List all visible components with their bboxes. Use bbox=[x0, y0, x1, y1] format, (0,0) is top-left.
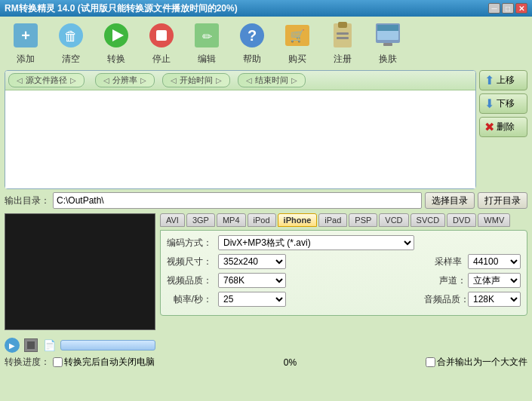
open-dir-button[interactable]: 打开目录 bbox=[478, 192, 527, 209]
buy-button[interactable]: 🛒 购买 bbox=[276, 20, 318, 66]
move-down-icon: ⬇ bbox=[484, 96, 494, 111]
file-list-body[interactable] bbox=[5, 90, 475, 188]
svg-rect-16 bbox=[337, 32, 349, 35]
svg-rect-21 bbox=[383, 43, 392, 46]
sample-rate-label: 采样率 bbox=[432, 256, 462, 268]
col-end-header: ◁ 结束时间 ▷ bbox=[238, 73, 306, 87]
add-label: 添加 bbox=[17, 53, 35, 66]
add-icon: + bbox=[10, 20, 42, 51]
video-size-select[interactable]: 352x240 480x320 640x480 bbox=[218, 254, 286, 269]
titlebar: RM转换精灵 14.0 (试用版只能转换源文件播放时间的20%) ─ □ ✕ bbox=[0, 0, 532, 17]
tab-mp4[interactable]: MP4 bbox=[217, 213, 246, 227]
auto-close-checkbox-group: 转换完后自动关闭电脑 bbox=[53, 356, 155, 369]
select-dir-button[interactable]: 选择目录 bbox=[425, 192, 475, 209]
register-button[interactable]: 注册 bbox=[321, 20, 364, 66]
video-quality-row: 视频品质： 768K 512K 1M 声道： 立体声 单声道 bbox=[167, 273, 521, 288]
auto-close-checkbox[interactable] bbox=[53, 357, 63, 367]
audio-quality-select[interactable]: 128K 64K 192K bbox=[468, 292, 521, 307]
fps-row: 帧率/秒： 25 30 15 音频品质： 128K 64K 192K bbox=[167, 292, 521, 307]
play-button[interactable]: ▶ bbox=[5, 338, 20, 353]
tab-vcd[interactable]: VCD bbox=[379, 213, 408, 227]
col-source-header: ◁ 源文件路径 ▷ bbox=[8, 73, 85, 87]
channel-select[interactable]: 立体声 单声道 bbox=[468, 273, 521, 288]
tab-wmv[interactable]: WMV bbox=[478, 213, 510, 227]
svg-text:🗑: 🗑 bbox=[64, 29, 78, 44]
edit-button[interactable]: ✏ 编辑 bbox=[186, 20, 228, 66]
merge-output-label: 合并输出为一个大文件 bbox=[437, 356, 527, 369]
svg-text:🛒: 🛒 bbox=[290, 29, 305, 43]
close-button[interactable]: ✕ bbox=[515, 3, 527, 14]
buy-label: 购买 bbox=[288, 53, 306, 66]
svg-rect-20 bbox=[377, 25, 398, 31]
clear-button[interactable]: 🗑 清空 bbox=[50, 20, 92, 66]
tab-psp[interactable]: PSP bbox=[349, 213, 377, 227]
delete-label: 删除 bbox=[497, 121, 515, 133]
minimize-button[interactable]: ─ bbox=[488, 3, 500, 14]
folder-icon[interactable]: 📄 bbox=[42, 338, 56, 352]
clear-label: 清空 bbox=[62, 53, 80, 66]
merge-output-checkbox[interactable] bbox=[426, 357, 435, 367]
bottom-controls-row: 转换进度： 转换完后自动关闭电脑 0% 合并输出为一个大文件 bbox=[5, 356, 527, 369]
convert-icon bbox=[100, 20, 132, 51]
stop-icon bbox=[146, 20, 177, 51]
edit-label: 编辑 bbox=[198, 53, 216, 66]
output-dir-label: 输出目录： bbox=[5, 194, 50, 207]
fps-select[interactable]: 25 30 15 bbox=[218, 292, 286, 307]
progress-percent: 0% bbox=[284, 357, 297, 368]
video-quality-select[interactable]: 768K 512K 1M bbox=[218, 273, 286, 288]
move-up-button[interactable]: ⬆ 上移 bbox=[479, 70, 527, 90]
tab-3gp[interactable]: 3GP bbox=[186, 213, 215, 227]
stop-progress-button[interactable] bbox=[24, 338, 38, 352]
help-button[interactable]: ? 帮助 bbox=[231, 20, 273, 66]
help-label: 帮助 bbox=[243, 53, 261, 66]
encoding-select[interactable]: DivX+MP3格式 (*.avi) bbox=[218, 235, 414, 250]
bottom-area: ▶ 📄 AVI 3GP MP4 iPod iPhone iPad PSP bbox=[5, 213, 527, 353]
skin-icon bbox=[372, 20, 404, 51]
video-quality-label: 视频品质： bbox=[167, 274, 212, 287]
auto-close-label: 转换完后自动关闭电脑 bbox=[64, 356, 155, 369]
encoding-row: 编码方式： DivX+MP3格式 (*.avi) bbox=[167, 235, 521, 250]
tab-ipad[interactable]: iPad bbox=[318, 213, 347, 227]
title-text: RM转换精灵 14.0 (试用版只能转换源文件播放时间的20%) bbox=[5, 2, 238, 15]
delete-button[interactable]: ✖ 删除 bbox=[479, 117, 527, 137]
move-up-icon: ⬆ bbox=[484, 73, 494, 87]
settings-rows: 编码方式： DivX+MP3格式 (*.avi) 视频尺寸： 352x240 4… bbox=[160, 230, 527, 316]
skin-button[interactable]: 换肤 bbox=[367, 20, 409, 66]
maximize-button[interactable]: □ bbox=[502, 3, 514, 14]
file-table-header: ◁ 源文件路径 ▷ ◁ 分辨率 ▷ ◁ 开始时间 ▷ ◁ bbox=[5, 71, 475, 90]
register-label: 注册 bbox=[334, 53, 352, 66]
window-controls: ─ □ ✕ bbox=[488, 3, 527, 14]
move-down-button[interactable]: ⬇ 下移 bbox=[479, 93, 527, 114]
output-path-input[interactable] bbox=[53, 192, 422, 209]
tab-avi[interactable]: AVI bbox=[160, 213, 185, 227]
format-tabs: AVI 3GP MP4 iPod iPhone iPad PSP VCD SVC… bbox=[160, 213, 527, 227]
tab-iphone[interactable]: iPhone bbox=[278, 213, 318, 227]
add-button[interactable]: + 添加 bbox=[5, 20, 47, 66]
video-size-row: 视频尺寸： 352x240 480x320 640x480 采样率 44100 … bbox=[167, 254, 521, 269]
svg-text:?: ? bbox=[248, 27, 257, 44]
sample-rate-select[interactable]: 44100 22050 bbox=[468, 254, 521, 269]
move-down-label: 下移 bbox=[497, 97, 515, 110]
svg-rect-7 bbox=[156, 30, 167, 41]
audio-quality-label: 音频品质： bbox=[424, 293, 462, 306]
progress-bar bbox=[60, 340, 155, 350]
skin-label: 换肤 bbox=[379, 53, 397, 66]
video-size-label: 视频尺寸： bbox=[167, 256, 212, 268]
stop-button[interactable]: 停止 bbox=[140, 20, 183, 66]
tab-dvd[interactable]: DVD bbox=[447, 213, 476, 227]
clear-icon: 🗑 bbox=[55, 20, 87, 51]
svg-text:+: + bbox=[21, 27, 30, 44]
merge-output-checkbox-group: 合并输出为一个大文件 bbox=[426, 356, 527, 369]
side-buttons: ⬆ 上移 ⬇ 下移 ✖ 删除 bbox=[479, 70, 527, 189]
convert-label: 转换 bbox=[107, 53, 125, 66]
convert-button[interactable]: 转换 bbox=[95, 20, 137, 66]
register-icon bbox=[327, 20, 358, 51]
tab-ipod[interactable]: iPod bbox=[248, 213, 276, 227]
delete-icon: ✖ bbox=[484, 120, 494, 134]
channel-label: 声道： bbox=[439, 274, 462, 287]
tab-svcd[interactable]: SVCD bbox=[411, 213, 446, 227]
col-start-header: ◁ 开始时间 ▷ bbox=[162, 73, 230, 87]
main-content: + 添加 🗑 清空 转换 bbox=[0, 17, 532, 372]
progress-label: 转换进度： bbox=[5, 356, 50, 369]
file-table[interactable]: ◁ 源文件路径 ▷ ◁ 分辨率 ▷ ◁ 开始时间 ▷ ◁ bbox=[5, 70, 476, 189]
